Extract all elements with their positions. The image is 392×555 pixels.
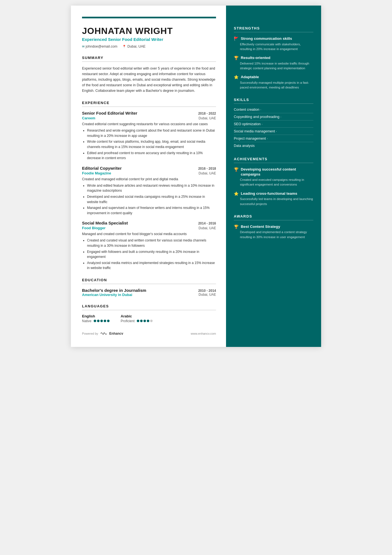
achievement-desc-1: Created and executed campaigns resulting… [234, 177, 313, 187]
job-location-2: Dubai, UAE [199, 171, 216, 175]
award-item-1: 🏆 Best Content Strategy Developed and im… [234, 224, 313, 240]
job-header-3: Social Media Specialist 2014 - 2016 [82, 221, 216, 225]
location-icon: 📍 [122, 45, 126, 48]
candidate-title: Experienced Senior Food Editorial Writer [82, 37, 216, 42]
skill-item-2: Copyediting and proofreading · [234, 115, 313, 120]
dot [97, 320, 100, 322]
strengths-section: STRENGTHS 🚩 Strong communication skills … [234, 26, 313, 90]
awards-title: AWARDS [234, 214, 313, 218]
strengths-divider [234, 32, 313, 32]
right-column: STRENGTHS 🚩 Strong communication skills … [226, 6, 321, 347]
job-bullets-1: Researched and wrote engaging content ab… [82, 128, 216, 161]
edu-sub-1: American University in Dubai Dubai, UAE [82, 293, 216, 297]
achievement-item-2: ⭐ Leading cross-functional teams Success… [234, 191, 313, 206]
awards-divider [234, 220, 313, 220]
experience-title: EXPERIENCE [82, 101, 216, 105]
languages-title: LANGUAGES [82, 304, 216, 308]
strength-desc-1: Effectively communicate with stakeholder… [234, 42, 313, 52]
job-company-1: Careem [82, 116, 95, 120]
lang-dots-arabic [137, 320, 153, 322]
education-title: EDUCATION [82, 278, 216, 282]
awards-section: AWARDS 🏆 Best Content Strategy Developed… [234, 214, 313, 240]
trophy-icon-1: 🏆 [234, 167, 239, 172]
job-title-1: Senior Food Editorial Writer [82, 111, 137, 115]
achievement-title-2: Leading cross-functional teams [241, 191, 297, 196]
strength-desc-3: Successfully managed multiple projects i… [234, 80, 313, 90]
achievements-divider [234, 163, 313, 163]
languages-section: LANGUAGES English Native [82, 304, 216, 323]
languages-row: English Native Arabic [82, 314, 216, 323]
left-column: JOHNATAN WRIGHT Experienced Senior Food … [71, 6, 226, 347]
job-desc-1: Created editorial content suggesting res… [82, 122, 216, 127]
job-title-2: Editorial Copywriter [82, 166, 122, 171]
enhancv-logo-icon [100, 331, 108, 336]
summary-text: Experienced senior food editorial writer… [82, 66, 216, 93]
skill-item-1: Content creation · [234, 108, 313, 113]
job-location-3: Dubai, UAE [199, 226, 216, 230]
experience-section: EXPERIENCE Senior Food Editorial Writer … [82, 101, 216, 271]
job-desc-2: Created and managed editorial content fo… [82, 177, 216, 182]
footer-website: www.enhancv.com [191, 332, 216, 335]
skill-item-4: Social media management · [234, 129, 313, 135]
job-bullets-3: Created and curated visual and written c… [82, 238, 216, 271]
job-title-3: Social Media Specialist [82, 221, 128, 225]
email-icon: ✉ [82, 45, 85, 48]
job-company-3: Food Blogger [82, 226, 106, 230]
lang-level-english: Native [82, 319, 91, 323]
dot [147, 320, 149, 322]
strength-header-2: 🏆 Results-oriented [234, 55, 313, 60]
achievement-title-1: Developing successful content campaigns [241, 167, 313, 177]
experience-divider [82, 107, 216, 107]
skills-divider [234, 103, 313, 104]
edu-degree-1: Bachelor's degree in Journalism [82, 288, 146, 293]
edu-school-1: American University in Dubai [82, 293, 132, 297]
award-header-1: 🏆 Best Content Strategy [234, 224, 313, 229]
strength-desc-2: Delivered 10% increase in website traffi… [234, 61, 313, 71]
award-title-1: Best Content Strategy [241, 224, 280, 229]
strength-title-1: Strong communication skills [241, 36, 292, 41]
job-sub-3: Food Blogger Dubai, UAE [82, 226, 216, 230]
job-block-2: Editorial Copywriter 2016 - 2018 Foodie … [82, 166, 216, 216]
strengths-title: STRENGTHS [234, 26, 313, 30]
summary-divider [82, 61, 216, 62]
list-item: Edited and proofread content to ensure a… [87, 151, 216, 161]
lang-name-arabic: Arabic [121, 314, 153, 318]
trophy-icon: 🏆 [234, 56, 239, 60]
trophy-icon-award: 🏆 [234, 225, 239, 229]
job-dates-2: 2016 - 2018 [198, 167, 216, 171]
summary-title: SUMMARY [82, 56, 216, 60]
achievement-header-1: 🏆 Developing successful content campaign… [234, 167, 313, 177]
strength-item-2: 🏆 Results-oriented Delivered 10% increas… [234, 55, 313, 71]
strength-item-1: 🚩 Strong communication skills Effectivel… [234, 36, 313, 51]
list-item: Wrote and edited feature articles and re… [87, 183, 216, 193]
edu-dates-1: 2010 - 2014 [198, 289, 216, 293]
education-section: EDUCATION Bachelor's degree in Journalis… [82, 278, 216, 297]
list-item: Researched and wrote engaging content ab… [87, 128, 216, 138]
email-contact: ✉ johndoe@email.com [82, 45, 117, 48]
job-dates-3: 2014 - 2016 [198, 221, 216, 225]
star-icon-2: ⭐ [234, 191, 239, 196]
lang-level-row-arabic: Proficient [121, 319, 153, 323]
achievements-title: ACHIEVEMENTS [234, 157, 313, 161]
resume-container: JOHNATAN WRIGHT Experienced Senior Food … [71, 6, 321, 347]
contact-info: ✉ johndoe@email.com 📍 Dubai, UAE [82, 45, 216, 48]
achievement-desc-2: Successfully led teams in developing and… [234, 197, 313, 206]
strength-item-3: ⭐ Adaptable Successfully managed multipl… [234, 75, 313, 90]
job-header-2: Editorial Copywriter 2016 - 2018 [82, 166, 216, 171]
lang-level-arabic: Proficient [121, 319, 135, 323]
list-item: Engaged with followers and built a commu… [87, 249, 216, 260]
strength-header-1: 🚩 Strong communication skills [234, 36, 313, 41]
lang-level-row-english: Native [82, 319, 110, 323]
job-sub-2: Foodie Magazine Dubai, UAE [82, 171, 216, 175]
star-icon: ⭐ [234, 75, 239, 79]
strength-title-2: Results-oriented [241, 55, 271, 60]
edu-header-1: Bachelor's degree in Journalism 2010 - 2… [82, 288, 216, 293]
list-item: Analyzed social media metrics and implem… [87, 260, 216, 271]
skills-section: SKILLS Content creation · Copyediting an… [234, 98, 313, 149]
list-item: Created and curated visual and written c… [87, 238, 216, 248]
achievements-section: ACHIEVEMENTS 🏆 Developing successful con… [234, 157, 313, 206]
list-item: Developed and executed social media camp… [87, 194, 216, 204]
skills-title: SKILLS [234, 98, 313, 102]
dot [140, 320, 143, 322]
job-block-1: Senior Food Editorial Writer 2018 - 2022… [82, 111, 216, 161]
